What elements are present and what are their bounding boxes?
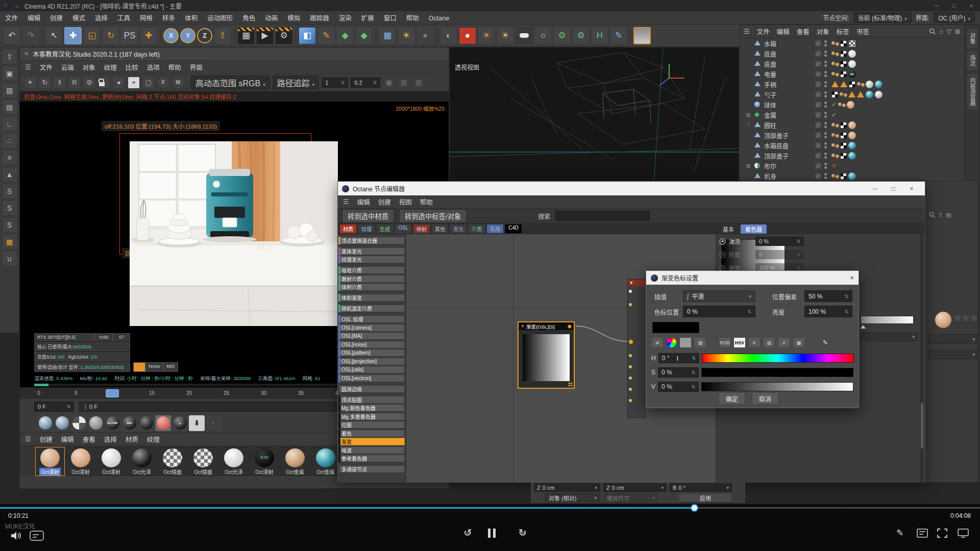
tv-cast-icon[interactable]: [958, 529, 969, 538]
node-category-tab[interactable]: 其他: [431, 224, 449, 234]
tag-t-phong[interactable]: [831, 123, 839, 128]
add-region-icon[interactable]: +: [128, 77, 140, 89]
object-manager-menu-item[interactable]: 文件: [757, 29, 770, 36]
magnet-icon[interactable]: ∪: [2, 251, 17, 266]
perspective-viewport[interactable]: 查看摄像机显示选项过滤面板 ProRender ▦✚◱ 透视视图: [449, 47, 739, 181]
texture-mode-icon[interactable]: ▨: [2, 83, 17, 98]
coord-z-position[interactable]: Z0 cm▾: [534, 483, 600, 492]
search-icon[interactable]: [929, 28, 936, 35]
tab-close-icon[interactable]: ✕: [24, 51, 29, 57]
object-name[interactable]: 球体: [764, 101, 809, 109]
environment-sphere-icon[interactable]: ●: [416, 27, 434, 44]
menu-item[interactable]: 扩展: [361, 15, 374, 22]
editor-visibility-toggle[interactable]: [815, 122, 821, 128]
generator-icon[interactable]: ◆: [336, 27, 354, 44]
ok-button[interactable]: 确定: [719, 392, 745, 405]
octane-target-icon[interactable]: ○: [534, 27, 552, 44]
notes-icon[interactable]: [917, 529, 928, 538]
size-mode-dropdown[interactable]: 绝对尺寸▾: [603, 493, 658, 502]
material-menu-item[interactable]: 编辑: [61, 436, 74, 443]
tag-t-bw[interactable]: [840, 40, 847, 47]
visibility-dots[interactable]: [823, 40, 827, 46]
node-editor-menu-item[interactable]: 编辑: [357, 199, 370, 206]
snap-3d-icon[interactable]: S: [2, 201, 17, 216]
tag-t-teal[interactable]: [848, 142, 856, 149]
tag-t-phong[interactable]: [831, 174, 839, 179]
separator[interactable]: [233, 27, 236, 44]
tag-t-teal[interactable]: [866, 91, 873, 98]
object-manager-menu-item[interactable]: 查看: [797, 29, 810, 36]
object-row[interactable]: 顶部盖子: [740, 130, 964, 140]
octane-arealight-icon[interactable]: [516, 27, 533, 44]
lock-view-icon[interactable]: ▣: [383, 77, 395, 89]
polygons-mode-icon[interactable]: ▲: [2, 167, 17, 182]
visibility-dots[interactable]: [823, 51, 827, 57]
knot-position-field[interactable]: 0 %⇅: [683, 306, 755, 317]
parameter-radio[interactable]: [719, 252, 726, 258]
snap-2d-icon[interactable]: S: [2, 217, 17, 233]
visibility-dots[interactable]: [823, 91, 827, 97]
menu-item[interactable]: 帮助: [406, 15, 419, 22]
visibility-dots[interactable]: [823, 122, 827, 128]
parameter-field[interactable]: 5⇅: [755, 250, 804, 259]
spline-pen-icon[interactable]: ✎: [317, 27, 335, 44]
tag-t-bw[interactable]: [840, 173, 847, 180]
separator[interactable]: [294, 27, 297, 44]
color-swatch[interactable]: [652, 322, 699, 333]
maximize-button[interactable]: □: [945, 3, 963, 9]
node-type-item[interactable]: 位图: [339, 421, 405, 429]
tag-t-teal[interactable]: [848, 152, 856, 160]
hsv-mode-button[interactable]: HSV: [733, 337, 746, 348]
tag-t-clock[interactable]: [848, 70, 856, 78]
object-name[interactable]: 金属: [764, 111, 809, 119]
pause-icon[interactable]: [488, 529, 496, 538]
gray-picker-icon[interactable]: [679, 337, 692, 348]
node-type-item[interactable]: 噪波: [339, 446, 405, 454]
object-row[interactable]: 底盘: [740, 59, 964, 69]
parameter-field[interactable]: 0 %⇅: [755, 237, 804, 246]
collapse-triangle-icon[interactable]: ▼: [521, 324, 525, 329]
visibility-dots[interactable]: [823, 71, 827, 77]
tag-t-bw[interactable]: [849, 81, 855, 88]
material-blend-icon[interactable]: BLEND: [105, 415, 120, 431]
dock-tab[interactable]: 对象: [967, 28, 978, 48]
hue-bar[interactable]: [702, 354, 854, 363]
rgb-mode-button[interactable]: RGB: [719, 337, 731, 348]
edges-mode-icon[interactable]: ≡: [2, 150, 17, 165]
focus-picker-icon[interactable]: F: [157, 77, 169, 89]
material-thumbnail[interactable]: Oct漫射: [66, 447, 95, 476]
tag-t-bw[interactable]: [840, 153, 847, 159]
denoise-mode-cell[interactable]: [133, 362, 145, 372]
octane-star-icon[interactable]: ✶: [24, 77, 36, 89]
film-settings-icon[interactable]: ▥: [412, 77, 425, 89]
octane-sun-icon[interactable]: ☀: [478, 27, 495, 44]
region-render-icon[interactable]: R: [68, 77, 81, 89]
node-category-tab[interactable]: OSL: [395, 224, 412, 234]
tag-t-silver[interactable]: [875, 91, 883, 98]
material-menu-item[interactable]: 纹理: [147, 436, 160, 443]
object-row[interactable]: ⊞ 金属: [740, 110, 964, 120]
menu-item[interactable]: 运动图形: [207, 15, 233, 22]
node-category-tab[interactable]: 介质: [468, 224, 485, 234]
tag-t-phong[interactable]: [831, 133, 839, 138]
material-half-icon[interactable]: [138, 415, 154, 431]
tag-t-phong[interactable]: [840, 92, 847, 97]
material-thumbnail[interactable]: Oct漫射: [35, 447, 65, 476]
tag-t-bw[interactable]: [840, 61, 847, 67]
points-mode-icon[interactable]: ∴: [2, 133, 17, 148]
tag-t-tan[interactable]: [848, 132, 856, 139]
axis-mode-icon[interactable]: ∟: [2, 116, 17, 132]
camera-sync-icon[interactable]: ▤: [398, 77, 410, 89]
tag-t-tan[interactable]: [848, 121, 856, 129]
tag-t-bw[interactable]: [840, 122, 847, 129]
render-view-icon[interactable]: ▦: [237, 27, 255, 44]
visibility-dots[interactable]: [823, 132, 827, 138]
menu-item[interactable]: 跟踪器: [310, 15, 329, 22]
tag-t-tri[interactable]: [840, 81, 847, 87]
live-viewer-menu-item[interactable]: 文件: [40, 64, 53, 71]
light-icon[interactable]: ☀: [398, 27, 415, 44]
tag-t-tri[interactable]: [831, 81, 839, 87]
scrollbar[interactable]: [977, 181, 979, 482]
node-type-item[interactable]: 参考着色器: [339, 455, 405, 462]
menu-item[interactable]: 模拟: [287, 15, 300, 22]
